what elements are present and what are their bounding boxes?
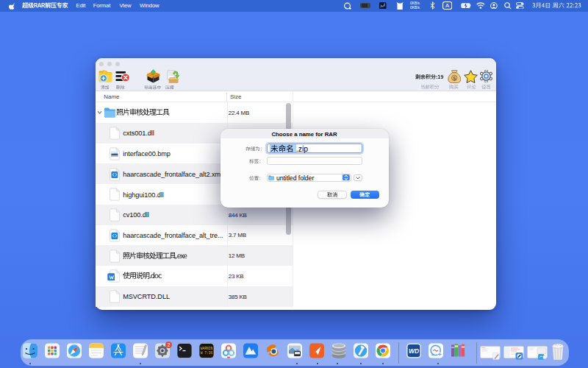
- svg-text:A: A: [445, 3, 450, 10]
- svg-text:$: $: [452, 74, 456, 81]
- svg-text:W 7:36: W 7:36: [201, 351, 213, 355]
- svg-text:WARNIN: WARNIN: [201, 347, 213, 350]
- svg-text:WD: WD: [409, 347, 419, 355]
